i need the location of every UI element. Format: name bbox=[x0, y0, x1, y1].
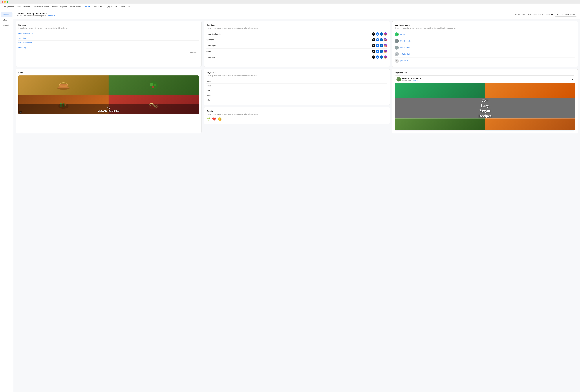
x-icon[interactable]: 𝕏 bbox=[372, 50, 375, 53]
user-handle[interactable]: @shane1409 bbox=[400, 60, 410, 62]
facebook-icon[interactable]: f bbox=[376, 38, 379, 41]
domain-item[interactable]: idausa.org bbox=[18, 45, 199, 50]
instagram-icon[interactable]: 📷 bbox=[384, 50, 387, 53]
x-icon[interactable]: 𝕏 bbox=[372, 32, 375, 36]
emoji-item: 😊 bbox=[218, 117, 222, 121]
top-navigation: Demographics Socioeconomics Influencers … bbox=[0, 4, 580, 10]
facebook-icon[interactable]: f bbox=[376, 55, 379, 59]
domain-item[interactable]: independent.co.uk bbox=[18, 41, 199, 45]
emoji-item: 🌱 bbox=[206, 117, 210, 121]
links-card: Links bbox=[15, 69, 201, 133]
user-item: @JournoJane bbox=[395, 44, 575, 51]
x-icon[interactable]: 𝕏 bbox=[372, 55, 375, 59]
instagram-icon[interactable]: 📷 bbox=[384, 55, 387, 59]
instagram-icon[interactable]: 📷 bbox=[384, 44, 387, 47]
emoji-display: 🌱 ❤️ 😊 bbox=[206, 117, 387, 121]
nav-demographics[interactable]: Demographics bbox=[3, 4, 14, 10]
hashtag-name: #veganism bbox=[206, 56, 215, 58]
nav-media[interactable]: Media affinity bbox=[70, 4, 81, 10]
download-button[interactable]: Download ↓ bbox=[190, 52, 199, 53]
user-item: C @Claire_Col bbox=[395, 51, 575, 58]
linkedin-icon[interactable]: in bbox=[380, 44, 383, 47]
linkedin-icon[interactable]: in bbox=[380, 32, 383, 36]
svg-point-5 bbox=[150, 83, 153, 86]
popular-posts-title: Popular Posts bbox=[395, 72, 575, 74]
keyword-item: animals bbox=[206, 84, 387, 88]
content-header: Content posted by the audience Popular c… bbox=[13, 10, 580, 19]
emojis-title: Emojis bbox=[206, 110, 387, 112]
read-more-link[interactable]: Read more bbox=[47, 15, 55, 17]
maximize-button[interactable] bbox=[7, 1, 8, 3]
facebook-icon[interactable]: f bbox=[376, 50, 379, 53]
instagram-icon[interactable]: 📷 bbox=[384, 38, 387, 41]
avatar bbox=[395, 46, 399, 50]
social-icons: 𝕏 f in 📷 bbox=[372, 50, 387, 53]
social-icons: 𝕏 f in 📷 bbox=[372, 38, 387, 41]
facebook-icon[interactable]: f bbox=[376, 44, 379, 47]
domain-list: plantbasednews.org veganfta.com independ… bbox=[18, 31, 199, 50]
post-x-icon: 𝕏 bbox=[572, 78, 573, 81]
nav-personality[interactable]: Personality bbox=[93, 4, 102, 10]
request-content-update-button[interactable]: Request content update bbox=[555, 13, 577, 17]
linkedin-icon[interactable]: in bbox=[380, 38, 383, 41]
mentioned-users-title: Mentioned users bbox=[395, 24, 575, 26]
nav-influencers[interactable]: Influencers & brands bbox=[33, 4, 49, 10]
keywords-card: Keywords Sorted by the number of times f… bbox=[204, 69, 390, 105]
user-handle[interactable]: @skyler_higley bbox=[400, 40, 412, 42]
avatar: C bbox=[395, 52, 399, 56]
sidebar-item-liked[interactable]: Liked bbox=[1, 17, 12, 22]
titlebar bbox=[0, 0, 580, 4]
avatar: 🌿 bbox=[395, 32, 399, 36]
post-image-2 bbox=[485, 83, 575, 98]
hashtags-card: Hashtags Sorted by the number of times f… bbox=[204, 21, 390, 67]
keywords-list: vegan animals giant kinda industry bbox=[206, 79, 387, 102]
nav-buying[interactable]: Buying mindset bbox=[105, 4, 117, 10]
facebook-icon[interactable]: f bbox=[376, 32, 379, 36]
mentioned-users-card: Mentioned users Sorted by the number of … bbox=[392, 21, 578, 67]
linkedin-icon[interactable]: in bbox=[380, 50, 383, 53]
domains-subtitle: Sorted by the number of times found in c… bbox=[18, 27, 199, 29]
avatar bbox=[395, 39, 399, 43]
keyword-item: industry bbox=[206, 98, 387, 102]
x-icon[interactable]: 𝕏 bbox=[372, 44, 375, 47]
user-handle[interactable]: @ciwf bbox=[400, 33, 405, 35]
link-image-2 bbox=[109, 76, 199, 95]
hashtags-title: Hashtags bbox=[206, 24, 387, 26]
domain-item[interactable]: veganfta.com bbox=[18, 36, 199, 41]
domains-title: Domains bbox=[18, 24, 199, 26]
row-1-grid: Domains Sorted by the number of times fo… bbox=[13, 19, 580, 69]
links-overlay-number: 40 bbox=[107, 106, 110, 109]
linkedin-icon[interactable]: in bbox=[380, 55, 383, 59]
sidebar-item-influential[interactable]: Influential bbox=[1, 23, 12, 27]
keywords-subtitle: Sorted by the number of times found in c… bbox=[206, 75, 387, 77]
close-button[interactable] bbox=[1, 1, 3, 3]
emoji-item: ❤️ bbox=[212, 117, 216, 121]
main-content: Content posted by the audience Popular c… bbox=[13, 10, 580, 392]
emojis-card: Emojis Sorted by the number of times fou… bbox=[204, 107, 390, 124]
nav-socioeconomics[interactable]: Socioeconomics bbox=[17, 4, 30, 10]
hashtag-item: #govegan 𝕏 f in 📷 bbox=[206, 37, 387, 43]
instagram-icon[interactable]: 📷 bbox=[384, 32, 387, 36]
follow-button[interactable]: Follow bbox=[414, 79, 418, 81]
post-image-1 bbox=[395, 83, 485, 98]
social-icons: 𝕏 f in 📷 bbox=[372, 55, 387, 59]
links-overlay-text: VEGAN RECIPES bbox=[20, 109, 197, 112]
post-user-info: Amanda, Lady RatBird @cinniharpy · Follo… bbox=[402, 77, 421, 81]
nav-interest[interactable]: Interest Categories bbox=[52, 4, 67, 10]
post-image-overlay: 75+ Lazy Vegan Recipes bbox=[395, 98, 575, 118]
sidebar-item-shared[interactable]: Shared bbox=[1, 12, 12, 17]
domain-item[interactable]: plantbasednews.org bbox=[18, 31, 199, 36]
hashtag-name: #dairy bbox=[206, 50, 211, 52]
minimize-button[interactable] bbox=[4, 1, 6, 3]
user-handle[interactable]: @JournoJane bbox=[400, 47, 411, 49]
keywords-emojis-column: Keywords Sorted by the number of times f… bbox=[204, 69, 390, 133]
nav-online[interactable]: Online habits bbox=[120, 4, 130, 10]
x-icon[interactable]: 𝕏 bbox=[372, 38, 375, 41]
post-avatar bbox=[397, 77, 401, 82]
post-handle-follow: @cinniharpy · Follow bbox=[402, 79, 421, 81]
avatar: S bbox=[395, 59, 399, 63]
user-list: 🌿 @ciwf @skyler_higley @JournoJane C @Cl… bbox=[395, 31, 575, 64]
nav-content[interactable]: Content bbox=[84, 4, 90, 10]
hashtag-name: #govegan bbox=[206, 39, 214, 41]
user-handle[interactable]: @Claire_Col bbox=[400, 53, 410, 55]
